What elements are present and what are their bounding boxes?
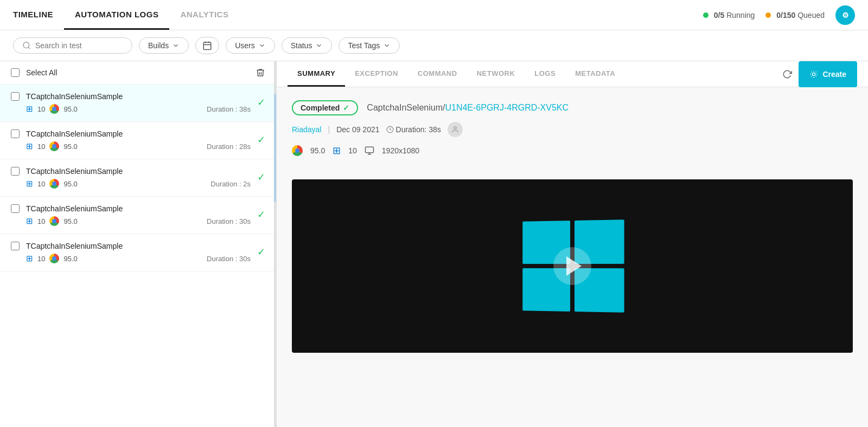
queued-dot — [765, 12, 771, 18]
tab-logs[interactable]: LOGS — [525, 61, 565, 87]
tab-metadata[interactable]: METADATA — [565, 61, 625, 87]
sub-tabs: SUMMARY EXCEPTION COMMAND NETWORK LOGS M… — [277, 61, 868, 87]
calendar-icon — [202, 41, 212, 50]
tab-analytics[interactable]: ANALYTICS — [169, 0, 239, 30]
avatar[interactable]: ⚙ — [835, 5, 855, 25]
list-item[interactable]: TCaptchaInSeleniumSample ⊞ 10 95.0 Durat… — [0, 85, 276, 122]
main-layout: Select All TCaptchaInSeleniumSample ⊞ 10… — [0, 61, 868, 427]
chrome-icon — [49, 141, 59, 151]
chevron-down-icon — [172, 42, 180, 49]
status-filter[interactable]: Status — [282, 37, 333, 54]
test-id-link[interactable]: U1N4E-6PGRJ-4RGRD-XV5KC — [445, 103, 569, 112]
test-duration: Duration : 28s — [207, 143, 251, 151]
search-box[interactable] — [13, 37, 132, 54]
list-item[interactable]: TCaptchaInSeleniumSample ⊞ 10 95.0 Durat… — [0, 159, 276, 197]
chrome-icon — [49, 104, 59, 114]
test-checkbox[interactable] — [11, 92, 20, 101]
pass-icon: ✓ — [257, 96, 265, 108]
running-dot — [703, 12, 709, 18]
select-all-row: Select All — [0, 61, 276, 85]
play-button[interactable] — [553, 247, 591, 285]
tab-exception[interactable]: EXCEPTION — [345, 61, 408, 87]
test-duration: Duration : 30s — [207, 217, 251, 225]
test-name: TCaptchaInSeleniumSample — [26, 242, 251, 250]
detail-content: Completed ✓ CaptchaInSelenium/U1N4E-6PGR… — [277, 87, 868, 179]
test-checkbox[interactable] — [11, 204, 20, 213]
tab-summary[interactable]: SUMMARY — [288, 61, 345, 87]
status-row: Completed ✓ CaptchaInSelenium/U1N4E-6PGR… — [292, 100, 853, 115]
refresh-icon — [782, 69, 792, 79]
test-checkbox[interactable] — [11, 167, 20, 176]
browser-version: 95.0 — [63, 255, 77, 263]
windows-icon: ⊞ — [26, 104, 33, 114]
list-item[interactable]: TCaptchaInSeleniumSample ⊞ 10 95.0 Durat… — [0, 197, 276, 234]
trash-icon — [256, 68, 265, 77]
filter-bar: Builds Users Status Test Tags — [0, 30, 868, 61]
user-avatar — [448, 122, 463, 137]
svg-rect-9 — [365, 147, 373, 153]
nav-status: 0/5 Running 0/150 Queued ⚙ — [703, 5, 855, 25]
tab-network[interactable]: NETWORK — [467, 61, 525, 87]
video-thumbnail — [292, 179, 853, 353]
os-version: 10 — [37, 255, 45, 263]
tab-automation-logs[interactable]: AUTOMATION LOGS — [64, 0, 169, 30]
test-info: TCaptchaInSeleniumSample ⊞ 10 95.0 Durat… — [26, 130, 251, 151]
video-player[interactable] — [292, 179, 853, 353]
chrome-icon — [49, 254, 59, 263]
test-name: TCaptchaInSeleniumSample — [26, 204, 251, 213]
tab-timeline[interactable]: TIMELINE — [13, 0, 64, 30]
list-item[interactable]: TCaptchaInSeleniumSample ⊞ 10 95.0 Durat… — [0, 122, 276, 159]
chrome-icon — [49, 179, 59, 189]
test-date: Dec 09 2021 — [336, 125, 379, 134]
monitor-icon — [365, 146, 374, 156]
search-input[interactable] — [35, 41, 122, 50]
chevron-down-icon — [315, 42, 323, 49]
svg-rect-2 — [203, 42, 211, 50]
test-info: TCaptchaInSeleniumSample ⊞ 10 95.0 Durat… — [26, 167, 251, 189]
top-nav: TIMELINE AUTOMATION LOGS ANALYTICS 0/5 R… — [0, 0, 868, 30]
meta-row: Riadayal | Dec 09 2021 Duration: 38s — [292, 122, 853, 137]
windows-icon: ⊞ — [333, 145, 341, 157]
test-name: TCaptchaInSeleniumSample — [26, 130, 251, 138]
windows-icon: ⊞ — [26, 179, 33, 189]
test-info: TCaptchaInSeleniumSample ⊞ 10 95.0 Durat… — [26, 92, 251, 114]
queued-status: 0/150 Queued — [765, 11, 825, 20]
calendar-filter[interactable] — [195, 37, 219, 54]
svg-point-8 — [454, 127, 456, 130]
play-triangle — [566, 256, 582, 276]
test-title: CaptchaInSelenium/U1N4E-6PGRJ-4RGRD-XV5K… — [367, 103, 569, 113]
tab-command[interactable]: COMMAND — [408, 61, 467, 87]
test-tags-filter[interactable]: Test Tags — [339, 37, 400, 54]
user-link[interactable]: Riadayal — [292, 125, 321, 134]
select-all-label: Select All — [26, 68, 249, 77]
builds-filter[interactable]: Builds — [139, 37, 189, 54]
resolution: 1920x1080 — [382, 146, 419, 155]
svg-line-1 — [28, 47, 30, 49]
test-info: TCaptchaInSeleniumSample ⊞ 10 95.0 Durat… — [26, 204, 251, 226]
os-version: 10 — [348, 146, 357, 155]
test-name: TCaptchaInSeleniumSample — [26, 167, 251, 176]
delete-button[interactable] — [256, 68, 265, 77]
chrome-icon — [292, 145, 303, 156]
test-checkbox[interactable] — [11, 130, 20, 138]
browser-version: 95.0 — [63, 143, 77, 151]
browser-version: 95.0 — [63, 180, 77, 188]
test-checkbox[interactable] — [11, 242, 20, 250]
pass-icon: ✓ — [257, 209, 265, 221]
test-duration: Duration : 38s — [207, 105, 251, 113]
duration-info: Duration: 38s — [386, 125, 441, 134]
pass-icon: ✓ — [257, 246, 265, 258]
select-all-checkbox[interactable] — [11, 68, 20, 77]
test-info: TCaptchaInSeleniumSample ⊞ 10 95.0 Durat… — [26, 242, 251, 263]
pass-icon: ✓ — [257, 134, 265, 146]
test-meta: ⊞ 10 95.0 Duration : 30s — [26, 254, 251, 263]
svg-point-0 — [23, 42, 29, 48]
windows-icon: ⊞ — [26, 216, 33, 226]
create-button[interactable]: Create — [799, 61, 857, 87]
list-item[interactable]: TCaptchaInSeleniumSample ⊞ 10 95.0 Durat… — [0, 234, 276, 271]
users-filter[interactable]: Users — [226, 37, 275, 54]
refresh-button[interactable] — [782, 69, 792, 79]
test-meta: ⊞ 10 95.0 Duration : 30s — [26, 216, 251, 226]
chevron-down-icon — [258, 42, 266, 49]
svg-point-6 — [813, 73, 815, 75]
